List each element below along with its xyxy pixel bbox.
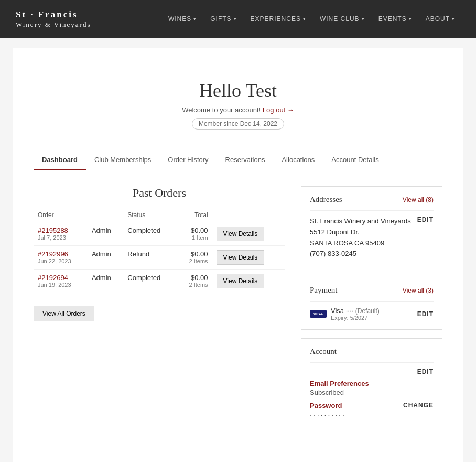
nav-about[interactable]: About▾ [420,11,460,27]
right-column: Addresses View all (8) St. Francis Winer… [301,186,442,442]
order-date-1: Jul 7, 2023 [38,234,83,241]
password-label: Password [310,402,346,410]
payment-title: Payment [310,286,338,295]
card-divider [310,301,434,302]
tab-club-memberships[interactable]: Club Memberships [86,151,159,170]
tab-allocations[interactable]: Allocations [273,151,323,170]
nav-events[interactable]: Events▾ [373,11,417,27]
password-value: ·········· [310,411,346,419]
tabs-bar: Dashboard Club Memberships Order History… [34,151,442,170]
order-items-2: 2 Items [181,258,208,264]
address-block: St. Francis Winery and Vineyards 5512 Du… [310,216,411,260]
col-action [212,208,285,222]
order-date-3: Jun 19, 2023 [38,282,83,288]
nav-experiences[interactable]: Experiences▾ [245,11,311,27]
order-date-2: Jun 22, 2023 [38,258,83,264]
view-all-payments-link[interactable]: View all (3) [403,287,434,294]
password-row: Password ·········· CHANGE [310,402,434,424]
nav-wines[interactable]: Wines▾ [163,11,202,27]
view-details-button-1[interactable]: View Details [217,227,265,241]
tab-dashboard[interactable]: Dashboard [34,151,86,170]
account-edit-link[interactable]: EDIT [417,368,434,375]
table-row: #2192694 Jun 19, 2023 Admin Completed $0… [34,270,285,293]
order-admin-2: Admin [88,246,123,270]
account-title: Account [310,347,337,356]
chevron-down-icon: ▾ [362,16,365,22]
password-section: Password ·········· CHANGE [310,402,434,424]
order-items-3: 2 Items [181,282,208,288]
payment-expiry: Expiry: 5/2027 [331,315,380,321]
address-row: St. Francis Winery and Vineyards 5512 Du… [310,216,434,260]
chevron-down-icon: ▾ [193,16,197,22]
address-name: St. Francis Winery and Vineyards [310,216,411,227]
order-total-1: $0.00 [181,227,208,234]
tab-order-history[interactable]: Order History [159,151,217,170]
member-since-badge: Member since Dec 14, 2022 [192,118,284,130]
password-change-link[interactable]: CHANGE [403,402,434,409]
order-number-1[interactable]: #2195288 [38,227,83,234]
address-street: 5512 Dupont Dr. [310,227,411,238]
welcome-message: Welcome to your account! Log out → [34,106,442,114]
card-divider [310,210,434,211]
payment-edit-link[interactable]: EDIT [417,310,434,318]
chevron-down-icon: ▾ [303,16,306,22]
card-divider [310,362,434,363]
chevron-down-icon: ▾ [409,16,412,22]
order-total-3: $0.00 [181,274,208,282]
view-details-button-2[interactable]: View Details [217,250,265,265]
left-column: Past Orders Order Status Total #2195288 [34,186,285,442]
logout-link[interactable]: Log out → [263,106,294,114]
payment-card-header: Payment View all (3) [310,286,434,295]
table-row: #2192996 Jun 22, 2023 Admin Refund $0.00… [34,246,285,270]
order-total-2: $0.00 [181,250,208,258]
order-status-3: Completed [123,270,177,293]
address-city-state: SANTA ROSA CA 95409 [310,238,411,249]
payment-row: VISA Visa ···· (Default) Expiry: 5/2027 … [310,307,434,321]
email-prefs-label: Email Preferences [310,380,434,388]
table-row: #2195288 Jul 7, 2023 Admin Completed $0.… [34,222,285,246]
account-edit-row: EDIT [310,368,434,375]
main-layout: Past Orders Order Status Total #2195288 [34,186,442,442]
email-prefs-section: Email Preferences Subscribed [310,380,434,396]
email-prefs-value: Subscribed [310,389,434,396]
addresses-card-header: Addresses View all (8) [310,195,434,204]
order-status-2: Refund [123,246,177,270]
logo-name: St · Francis [16,9,91,20]
view-all-orders-button[interactable]: View All Orders [34,306,94,321]
account-card: Account EDIT Email Preferences Subscribe… [301,338,442,433]
tab-account-details[interactable]: Account Details [323,151,387,170]
view-all-addresses-link[interactable]: View all (8) [403,196,434,203]
hero-section: Hello Test Welcome to your account! Log … [34,64,442,140]
payment-default-badge: (Default) [355,307,380,315]
view-details-button-3[interactable]: View Details [217,274,265,288]
tab-reservations[interactable]: Reservations [217,151,274,170]
logo[interactable]: St · Francis Winery & Vineyards [16,9,91,29]
address-phone: (707) 833-0245 [310,249,411,260]
order-admin-1: Admin [88,222,123,246]
account-card-header: Account [310,347,434,356]
past-orders-title: Past Orders [34,186,285,200]
col-order: Order [34,208,88,222]
visa-icon: VISA [310,310,327,318]
order-admin-3: Admin [88,270,123,293]
nav-wine-club[interactable]: Wine Club▾ [315,11,370,27]
chevron-down-icon: ▾ [452,16,455,22]
order-number-3[interactable]: #2192694 [38,274,83,282]
navigation: St · Francis Winery & Vineyards Wines▾ G… [0,0,476,38]
chevron-down-icon: ▾ [234,16,237,22]
addresses-card: Addresses View all (8) St. Francis Winer… [301,186,442,268]
col-status: Status [123,208,177,222]
order-items-1: 1 Item [181,234,208,241]
col-total: Total [177,208,212,222]
addresses-title: Addresses [310,195,342,204]
order-number-2[interactable]: #2192996 [38,250,83,258]
payment-card: Payment View all (3) VISA Visa ···· (Def… [301,277,442,330]
payment-card-number: Visa ···· (Default) [331,307,380,315]
order-status-1: Completed [123,222,177,246]
page-wrapper: Hello Test Welcome to your account! Log … [13,48,463,462]
address-edit-link[interactable]: EDIT [417,216,434,223]
nav-menu: Wines▾ Gifts▾ Experiences▾ Wine Club▾ Ev… [163,11,460,27]
logo-subtitle: Winery & Vineyards [16,20,91,29]
page-greeting: Hello Test [34,80,442,102]
nav-gifts[interactable]: Gifts▾ [205,11,242,27]
